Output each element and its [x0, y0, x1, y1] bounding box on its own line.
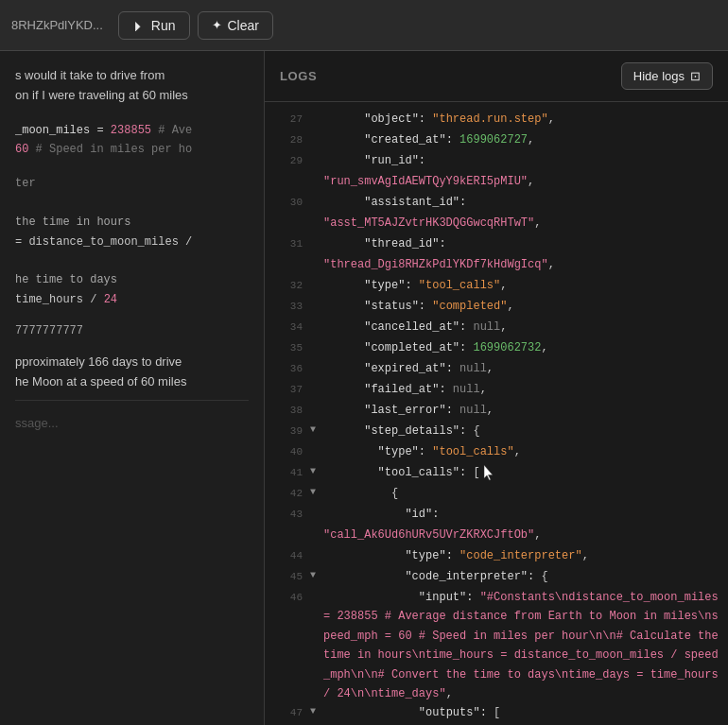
line-number: 35 [272, 338, 303, 357]
log-line: 45▼ "code_interpreter": { [265, 567, 728, 588]
logs-content[interactable]: 27 "object": "thread.run.step",28 "creat… [265, 102, 728, 725]
hide-logs-icon: ⊡ [690, 69, 701, 83]
line-number: 37 [272, 380, 303, 399]
log-line: 35 "completed_at": 1699062732, [265, 338, 728, 359]
logs-panel: LOGS Hide logs ⊡ 27 "object": "thread.ru… [265, 51, 728, 725]
line-toggle[interactable]: ▼ [310, 567, 321, 583]
line-number: 45 [272, 567, 303, 586]
log-line: 43 "id": [265, 505, 728, 526]
log-line: 32 "type": "tool_calls", [265, 276, 728, 297]
line-number: 36 [272, 359, 303, 378]
message-input-placeholder[interactable]: ssage... [15, 400, 249, 430]
line-number: 46 [272, 588, 303, 607]
line-content-text: "expired_at": null, [323, 359, 720, 378]
log-line: 44 "type": "code_interpreter", [265, 546, 728, 567]
line-number [272, 255, 303, 256]
clear-button[interactable]: ✦ Clear [198, 11, 273, 40]
log-line: 42▼ { [265, 484, 728, 505]
line-toggle[interactable]: ▼ [310, 703, 321, 719]
log-line: 29 "run_id": [265, 151, 728, 172]
line-toggle[interactable]: ▼ [310, 463, 321, 479]
thread-id: 8RHZkPdlYKD... [11, 18, 103, 32]
log-line: "call_Ak6Ud6hURv5UVrZKRXCJftOb", [265, 526, 728, 546]
line-content-text: "type": "tool_calls", [323, 442, 720, 461]
left-panel: s would it take to drive fromon if I wer… [0, 51, 265, 725]
logs-header: LOGS Hide logs ⊡ [265, 51, 728, 102]
line-content-text: "input": "#Constants\ndistance_to_moon_m… [323, 588, 720, 703]
log-line: 30 "assistant_id": [265, 193, 728, 214]
result-text: pproximately 166 days to drivehe Moon at… [15, 353, 249, 392]
line-content-text: "code_interpreter": { [323, 567, 720, 586]
line-number [272, 172, 303, 173]
line-number: 39 [272, 422, 303, 440]
line-number: 43 [272, 505, 303, 524]
run-button[interactable]: ⏵ Run [118, 11, 190, 40]
line-content-text: "assistant_id": [323, 193, 720, 212]
line-content-text: "step_details": { [323, 422, 720, 440]
line-number [272, 526, 303, 526]
line-number: 31 [272, 234, 303, 253]
log-line: "thread_Dgi8RHZkPdlYKDf7kHdWgIcq", [265, 255, 728, 276]
line-number: 47 [272, 703, 303, 722]
code-block-2: ter the time in hours = distance_to_moon… [15, 174, 249, 309]
line-content-text: "status": "completed", [323, 297, 720, 316]
logs-label: LOGS [280, 69, 317, 83]
line-number: 41 [272, 463, 303, 482]
log-line: 34 "cancelled_at": null, [265, 318, 728, 338]
line-toggle[interactable]: ▼ [310, 484, 321, 500]
line-content-text: "last_error": null, [323, 401, 720, 420]
line-number: 40 [272, 442, 303, 461]
line-content-text: "asst_MT5AJZvtrHK3DQGGwcqRHTwT", [323, 214, 720, 233]
line-content-text: "run_id": [323, 151, 720, 170]
line-content-text: "type": "code_interpreter", [323, 546, 720, 565]
mono-result: 7777777777 [15, 324, 249, 337]
line-number: 42 [272, 484, 303, 503]
line-content-text: "outputs": [ [323, 703, 720, 722]
line-content-text: "type": "tool_calls", [323, 276, 720, 295]
line-number: 28 [272, 130, 303, 149]
log-line: "run_smvAgIdAEWTQyY9kERI5pMIU", [265, 172, 728, 193]
description-text: s would it take to drive fromon if I wer… [15, 66, 249, 106]
code-block-1: _moon_miles = 238855 # Ave 60 # Speed in… [15, 121, 249, 160]
line-number [272, 214, 303, 215]
main-area: s would it take to drive fromon if I wer… [0, 51, 728, 725]
line-toggle[interactable]: ▼ [310, 422, 321, 438]
run-icon: ⏵ [132, 18, 146, 33]
line-content-text: "completed_at": 1699062732, [323, 338, 720, 357]
line-content-text: "object": "thread.run.step", [323, 110, 720, 129]
line-number: 29 [272, 151, 303, 170]
log-line: 47▼ "outputs": [ [265, 703, 728, 724]
line-content-text: "id": [323, 505, 720, 524]
log-line: 40 "type": "tool_calls", [265, 442, 728, 463]
line-content-text: "tool_calls": [ [323, 463, 720, 482]
line-number: 38 [272, 401, 303, 420]
line-number: 32 [272, 276, 303, 295]
line-content-text: "thread_id": [323, 234, 720, 253]
line-number: 27 [272, 110, 303, 129]
line-content-text: "created_at": 1699062727, [323, 130, 720, 149]
line-number: 44 [272, 546, 303, 565]
line-content-text: "call_Ak6Ud6hURv5UVrZKRXCJftOb", [323, 526, 720, 544]
clear-icon: ✦ [212, 18, 222, 32]
cursor-icon [480, 463, 497, 480]
line-number: 33 [272, 297, 303, 316]
log-line: 39▼ "step_details": { [265, 422, 728, 442]
clear-label: Clear [228, 18, 259, 33]
hide-logs-button[interactable]: Hide logs ⊡ [621, 62, 713, 90]
line-content-text: "failed_at": null, [323, 380, 720, 399]
line-number: 34 [272, 318, 303, 337]
log-line: 27 "object": "thread.run.step", [265, 110, 728, 130]
hide-logs-label: Hide logs [633, 69, 685, 83]
line-content-text: "cancelled_at": null, [323, 318, 720, 337]
log-line: 46 "input": "#Constants\ndistance_to_moo… [265, 588, 728, 703]
log-line: 36 "expired_at": null, [265, 359, 728, 380]
log-line: 28 "created_at": 1699062727, [265, 130, 728, 151]
log-line: 37 "failed_at": null, [265, 380, 728, 401]
log-line: 38 "last_error": null, [265, 401, 728, 422]
line-number: 30 [272, 193, 303, 212]
line-content-text: { [323, 484, 720, 503]
log-line: 33 "status": "completed", [265, 297, 728, 318]
top-bar: 8RHZkPdlYKD... ⏵ Run ✦ Clear [0, 0, 728, 51]
run-label: Run [151, 18, 176, 33]
line-content-text: "run_smvAgIdAEWTQyY9kERI5pMIU", [323, 172, 720, 191]
